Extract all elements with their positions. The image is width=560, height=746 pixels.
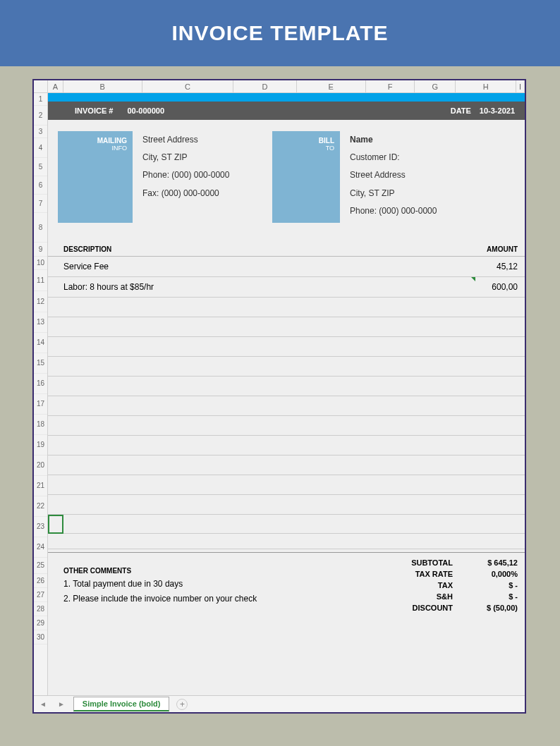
row-header[interactable]: 6 xyxy=(34,176,47,195)
banner-title: INVOICE TEMPLATE xyxy=(171,21,388,44)
mailing-line: City, ST ZIP xyxy=(142,149,262,166)
total-row: TAX$ - xyxy=(377,580,518,591)
row-header[interactable]: 7 xyxy=(34,195,47,213)
column-headers: A B C D E F G H I xyxy=(34,80,525,93)
row-header[interactable]: 5 xyxy=(34,158,47,176)
corner-cell[interactable] xyxy=(34,80,48,92)
comments-title: OTHER COMMENTS xyxy=(63,567,377,575)
tab-nav-next-icon[interactable]: ► xyxy=(52,700,71,708)
invoice-header-bar: INVOICE # 00-000000 DATE 10-3-2021 xyxy=(48,102,525,120)
row-header[interactable]: 12 xyxy=(34,291,47,312)
empty-row[interactable] xyxy=(48,357,525,377)
items-header: DESCRIPTION AMOUNT xyxy=(48,243,525,257)
total-value: $ - xyxy=(461,581,518,589)
row-header[interactable]: 14 xyxy=(34,333,47,353)
row-header[interactable]: 26 xyxy=(34,574,47,588)
col-header[interactable]: G xyxy=(415,80,456,92)
tab-nav-prev-icon[interactable]: ◄ xyxy=(34,700,52,708)
row-headers: 1 2 3 4 5 6 7 8 9 10 11 12 13 14 15 16 1… xyxy=(34,93,48,695)
item-amount: 45,12 xyxy=(497,262,518,271)
total-value: $ 645,12 xyxy=(461,558,518,567)
row-header[interactable]: 27 xyxy=(34,588,47,602)
sheet-content[interactable]: INVOICE # 00-000000 DATE 10-3-2021 MAILI… xyxy=(48,93,525,695)
empty-row[interactable] xyxy=(48,495,525,515)
row-header[interactable]: 1 xyxy=(34,93,47,106)
billto-line: Street Address xyxy=(350,166,515,184)
mailing-info-box: MAILING INFO xyxy=(58,131,133,223)
row-header[interactable]: 22 xyxy=(34,496,47,517)
row-header[interactable]: 21 xyxy=(34,476,47,496)
mailing-lines: Street Address City, ST ZIP Phone: (000)… xyxy=(142,131,262,223)
comment-line: 2. Please include the invoice number on … xyxy=(63,594,377,604)
row-header[interactable]: 17 xyxy=(34,394,47,415)
col-header[interactable]: E xyxy=(297,80,366,92)
billto-lines: Name Customer ID: Street Address City, S… xyxy=(350,131,515,223)
row-header[interactable]: 11 xyxy=(34,270,47,291)
mailing-line: Phone: (000) 000-0000 xyxy=(142,166,262,184)
total-value: $ - xyxy=(461,592,518,601)
active-cell-outline xyxy=(48,515,63,534)
spreadsheet-frame: A B C D E F G H I 1 2 3 4 5 6 7 8 9 10 1… xyxy=(32,79,526,714)
billto-line: Name xyxy=(350,131,515,149)
sheet-tab-active[interactable]: Simple Invoice (bold) xyxy=(73,697,170,711)
row-header[interactable]: 30 xyxy=(34,630,47,644)
total-row: DISCOUNT$ (50,00) xyxy=(377,602,518,613)
line-item[interactable]: Service Fee 45,12 xyxy=(48,257,525,277)
top-accent-strip xyxy=(48,93,525,102)
row-header[interactable]: 28 xyxy=(34,602,47,616)
empty-row[interactable] xyxy=(48,298,525,317)
row-header[interactable]: 19 xyxy=(34,435,47,455)
col-header[interactable]: D xyxy=(233,80,297,92)
row-header[interactable]: 3 xyxy=(34,126,47,138)
col-header[interactable]: F xyxy=(366,80,415,92)
billto-line: City, ST ZIP xyxy=(350,185,515,202)
row-header[interactable]: 10 xyxy=(34,257,47,270)
billto-sub: TO xyxy=(272,145,334,152)
line-item[interactable]: Labor: 8 hours at $85/hr 600,00 xyxy=(48,277,525,298)
empty-row[interactable] xyxy=(48,317,525,337)
empty-row[interactable] xyxy=(48,436,525,455)
total-label: TAX RATE xyxy=(377,570,461,578)
row-header[interactable]: 18 xyxy=(34,415,47,435)
row-header[interactable]: 13 xyxy=(34,312,47,333)
row-header[interactable]: 2 xyxy=(34,106,47,126)
row-header[interactable]: 15 xyxy=(34,353,47,374)
total-row: SUBTOTAL$ 645,12 xyxy=(377,557,518,568)
row-header[interactable]: 4 xyxy=(34,138,47,158)
row-header[interactable]: 20 xyxy=(34,455,47,476)
info-section: MAILING INFO Street Address City, ST ZIP… xyxy=(48,120,525,230)
empty-row[interactable] xyxy=(48,455,525,475)
empty-row[interactable] xyxy=(48,475,525,495)
empty-row[interactable] xyxy=(48,534,525,549)
row-header[interactable]: 8 xyxy=(34,213,47,243)
col-header[interactable]: B xyxy=(63,80,142,92)
invoice-number-value: 00-000000 xyxy=(127,106,164,115)
col-header[interactable]: H xyxy=(456,80,516,92)
totals-block: SUBTOTAL$ 645,12 TAX RATE0,000% TAX$ - S… xyxy=(377,557,518,613)
empty-row[interactable] xyxy=(48,416,525,436)
total-value: $ (50,00) xyxy=(461,604,518,612)
col-header[interactable]: C xyxy=(142,80,234,92)
total-label: DISCOUNT xyxy=(377,604,461,612)
row-header[interactable]: 25 xyxy=(34,558,47,574)
canvas: A B C D E F G H I 1 2 3 4 5 6 7 8 9 10 1… xyxy=(0,66,560,726)
sheet-tabs: ◄ ► Simple Invoice (bold) + xyxy=(34,695,525,712)
mailing-title: MAILING xyxy=(58,137,127,145)
row-header[interactable]: 9 xyxy=(34,243,47,257)
mailing-sub: INFO xyxy=(58,145,127,152)
description-label: DESCRIPTION xyxy=(63,245,111,253)
item-desc: Labor: 8 hours at $85/hr xyxy=(63,282,154,292)
row-header[interactable]: 24 xyxy=(34,537,47,558)
empty-row[interactable] xyxy=(48,337,525,357)
row-header[interactable]: 23 xyxy=(34,517,47,537)
empty-row[interactable] xyxy=(48,515,525,534)
empty-row[interactable] xyxy=(48,377,525,396)
row-header[interactable]: 16 xyxy=(34,374,47,394)
empty-row[interactable] xyxy=(48,396,525,416)
col-header[interactable]: I xyxy=(516,80,525,92)
footer-section: OTHER COMMENTS 1. Total payment due in 3… xyxy=(48,553,525,613)
row-header[interactable]: 29 xyxy=(34,616,47,630)
col-header[interactable]: A xyxy=(48,80,63,92)
add-sheet-icon[interactable]: + xyxy=(176,699,188,710)
billto-title: BILL xyxy=(272,137,334,145)
